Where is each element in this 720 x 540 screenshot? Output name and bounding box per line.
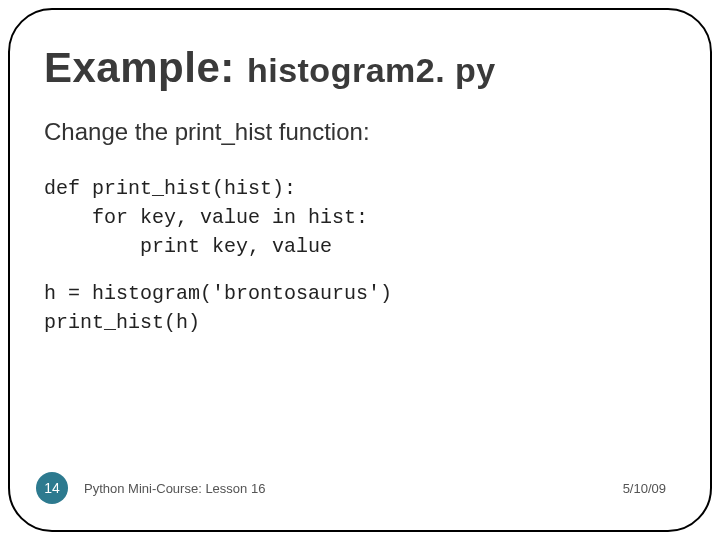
slide-title: Example: histogram2. py: [44, 44, 676, 92]
code-line: for key, value in hist:: [44, 206, 368, 229]
footer-left: 14 Python Mini-Course: Lesson 16: [30, 472, 265, 504]
title-filename: histogram2. py: [247, 51, 496, 89]
code-line: print_hist(h): [44, 311, 200, 334]
code-block-1: def print_hist(hist): for key, value in …: [44, 174, 676, 261]
slide-number-badge: 14: [36, 472, 68, 504]
course-label: Python Mini-Course: Lesson 16: [84, 481, 265, 496]
subheading: Change the print_hist function:: [44, 118, 676, 146]
slide-footer: 14 Python Mini-Course: Lesson 16 5/10/09: [10, 472, 710, 504]
slide-frame: Example: histogram2. py Change the print…: [8, 8, 712, 532]
slide-number: 14: [44, 480, 60, 496]
code-line: print key, value: [44, 235, 332, 258]
title-prefix: Example:: [44, 44, 247, 91]
code-line: def print_hist(hist):: [44, 177, 296, 200]
slide-date: 5/10/09: [623, 481, 666, 496]
code-block-2: h = histogram('brontosaurus') print_hist…: [44, 279, 676, 337]
code-line: h = histogram('brontosaurus'): [44, 282, 392, 305]
